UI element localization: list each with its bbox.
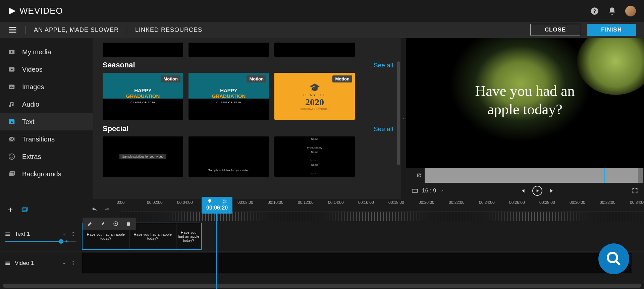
thumbnail[interactable]	[189, 43, 269, 57]
thumbnail-special[interactable]: Directed by Name Produced by Name Actor …	[274, 136, 355, 177]
thumbnail-seasonal[interactable]: Motion HAPPYGRADUATIONCLASS OF 2020	[103, 73, 183, 120]
splitter[interactable]: ⋮	[401, 38, 406, 199]
color-icon[interactable]	[113, 221, 119, 227]
sidebar-item-label: Images	[22, 83, 44, 91]
sidebar-item-label: Extras	[22, 153, 41, 161]
thumbnail-special[interactable]: Sample subtitles for your video	[189, 136, 269, 177]
svg-point-27	[73, 261, 74, 262]
thumb-title2: GRADUATION	[126, 93, 160, 99]
motion-tag: Motion	[247, 75, 266, 82]
add-track-icon[interactable]	[7, 206, 14, 214]
undo-icon[interactable]	[91, 206, 98, 214]
thumbnail[interactable]	[274, 43, 355, 57]
sound-icon	[64, 239, 70, 244]
bell-icon[interactable]	[608, 7, 616, 15]
help-icon[interactable]: ?	[590, 7, 599, 15]
finish-button[interactable]: FINISH	[587, 24, 636, 36]
time-label: 00:18:00	[388, 200, 404, 205]
divider	[25, 26, 26, 34]
playhead[interactable]: 00:06:20	[202, 197, 232, 289]
track-body[interactable]: Have you had an apple today? Have you ha…	[80, 221, 644, 251]
svg-point-17	[115, 223, 117, 225]
sidebar-item-text[interactable]: A Text	[0, 113, 93, 130]
clip-segment: Have you had an apple today?	[129, 223, 176, 249]
scrub-marker[interactable]	[604, 168, 605, 183]
see-all-link[interactable]: See all	[374, 62, 393, 69]
track-name: Text 1	[15, 231, 30, 237]
smile-icon	[8, 153, 15, 160]
more-icon[interactable]	[70, 261, 76, 266]
marker-icon[interactable]	[207, 199, 212, 204]
menu-icon[interactable]	[8, 25, 17, 35]
thumb-congrats: CONGRATULATIONS!	[300, 108, 329, 110]
sidebar-item-extras[interactable]: Extras	[0, 148, 93, 165]
sidebar-item-label: Transitions	[22, 135, 55, 143]
scrub-end	[638, 168, 643, 183]
thumb-title: HAPPY	[220, 88, 237, 93]
layer-view-icon[interactable]	[21, 206, 28, 214]
chevron-down-icon[interactable]	[62, 261, 66, 266]
sidebar-item-transitions[interactable]: Transitions	[0, 130, 93, 148]
export-icon[interactable]	[416, 172, 422, 178]
timeline-ruler[interactable]: 00:06:20 0:0000:02:0000:04:0000:06:0000:…	[121, 199, 644, 221]
time-label: 0:00	[117, 200, 124, 205]
more-icon[interactable]	[70, 231, 76, 237]
svg-point-22	[73, 233, 74, 234]
preview-video[interactable]: Have you had an apple today?	[406, 38, 644, 168]
time-label: 00:20:00	[419, 200, 434, 205]
volume-slider[interactable]	[5, 241, 76, 242]
sidebar-item-my-media[interactable]: My media	[0, 43, 93, 61]
category-title: Seasonal	[103, 61, 135, 69]
linked-resources[interactable]: LINKED RESOURCES	[135, 26, 202, 34]
svg-point-30	[608, 253, 617, 262]
fullscreen-icon[interactable]	[631, 187, 639, 194]
thumb-subtitle: CLASS OF 2020	[130, 101, 155, 104]
scissors-icon[interactable]	[222, 199, 227, 204]
play-button[interactable]	[532, 186, 542, 196]
sidebar-item-images[interactable]: Images	[0, 78, 93, 96]
play-icon	[8, 66, 15, 73]
next-frame-icon[interactable]	[548, 187, 556, 194]
see-all-link[interactable]: See all	[374, 125, 393, 133]
sidebar-item-backgrounds[interactable]: Backgrounds	[0, 165, 93, 183]
time-label: 00:26:00	[509, 200, 525, 205]
sidebar-item-label: Backgrounds	[22, 170, 61, 178]
trash-icon[interactable]	[125, 221, 131, 227]
chevron-down-icon[interactable]	[62, 232, 66, 236]
scrub-track[interactable]	[425, 168, 638, 183]
thumbnail-seasonal[interactable]: Motion HAPPYGRADUATIONCLASS OF 2020	[189, 73, 269, 120]
edit-icon[interactable]	[87, 221, 93, 227]
track-body[interactable]	[80, 251, 644, 275]
thumb-title2: GRADUATION	[212, 93, 246, 99]
thumbnail[interactable]	[103, 43, 183, 57]
zoom-fab[interactable]	[598, 243, 629, 274]
thumb-subtitle-sample: Sample subtitles for your video	[119, 154, 166, 159]
thumbnail-special[interactable]: Sample subtitles for your video	[103, 136, 183, 177]
aspect-icon[interactable]	[411, 187, 419, 194]
svg-point-10	[12, 156, 13, 156]
avatar[interactable]	[625, 6, 636, 16]
time-label: 00:34:00	[630, 200, 644, 205]
time-label: 00:08:00	[237, 200, 253, 205]
svg-point-23	[73, 235, 74, 236]
prev-frame-icon[interactable]	[519, 187, 526, 194]
time-label: 00:12:00	[298, 200, 314, 205]
redo-icon[interactable]	[103, 206, 110, 214]
browser-scrollbar[interactable]	[397, 61, 400, 165]
project-title[interactable]: AN APPLE, MADE SLOWER	[34, 26, 119, 34]
video-clip[interactable]	[82, 253, 632, 273]
timeline-scrollbar[interactable]	[3, 284, 641, 288]
logo[interactable]: WEVIDEO	[8, 6, 63, 16]
thumbnail-seasonal[interactable]: Motion 🎓 CLASS OF 2020 CONGRATULATIONS!	[274, 73, 355, 120]
svg-rect-20	[5, 235, 10, 236]
thumb-year: 2020	[300, 97, 329, 108]
transition-icon	[8, 135, 15, 143]
chevron-down-icon[interactable]	[440, 189, 444, 193]
close-button[interactable]: CLOSE	[530, 24, 581, 36]
brush-icon[interactable]	[100, 221, 106, 227]
sidebar-item-audio[interactable]: Audio	[0, 96, 93, 113]
layers-icon	[8, 170, 15, 178]
sidebar-item-videos[interactable]: Videos	[0, 61, 93, 78]
svg-rect-25	[5, 263, 10, 264]
time-label: 00:16:00	[358, 200, 374, 205]
